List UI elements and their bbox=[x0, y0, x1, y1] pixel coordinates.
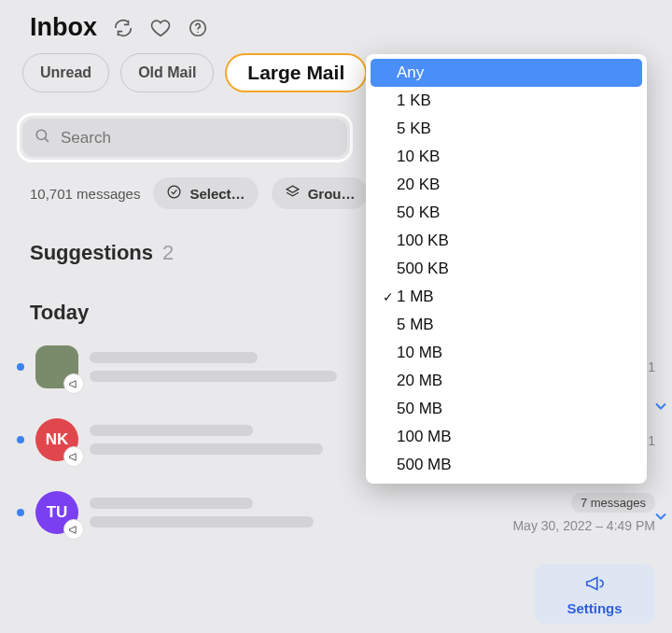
page-title: Inbox bbox=[30, 13, 97, 42]
suggestions-heading: Suggestions bbox=[30, 241, 153, 265]
size-option-label: Any bbox=[397, 63, 424, 82]
avatar: NK bbox=[35, 418, 78, 461]
checkmark-icon: ✓ bbox=[380, 289, 397, 304]
size-option[interactable]: 500 KB bbox=[371, 255, 642, 283]
unread-dot bbox=[17, 509, 24, 516]
size-option[interactable]: 50 MB bbox=[371, 395, 642, 423]
size-option-label: 10 KB bbox=[397, 148, 440, 166]
megaphone-icon bbox=[63, 446, 84, 467]
filter-old-mail[interactable]: Old Mail bbox=[120, 53, 214, 92]
refresh-icon[interactable] bbox=[112, 17, 134, 39]
size-option-label: 1 KB bbox=[397, 91, 431, 110]
svg-point-4 bbox=[169, 186, 181, 198]
size-option-label: 500 KB bbox=[397, 260, 449, 278]
size-option-label: 5 KB bbox=[397, 120, 431, 138]
size-option[interactable]: 100 KB bbox=[371, 227, 642, 255]
expand-chevron-icon[interactable] bbox=[651, 507, 670, 529]
size-option[interactable]: 500 MB bbox=[371, 451, 642, 479]
group-label: Grou… bbox=[308, 186, 356, 202]
heart-icon[interactable] bbox=[149, 17, 172, 39]
search-container bbox=[17, 113, 353, 162]
thread-count: 7 messages bbox=[571, 493, 655, 513]
select-label: Select… bbox=[189, 186, 245, 202]
item-date: May 30, 2022 – 4:49 PM bbox=[512, 518, 655, 533]
settings-button[interactable]: Settings bbox=[534, 564, 655, 624]
size-option[interactable]: 20 KB bbox=[371, 171, 642, 199]
search-input[interactable] bbox=[61, 129, 336, 148]
size-option[interactable]: 20 MB bbox=[371, 367, 642, 395]
size-option-label: 10 MB bbox=[397, 344, 442, 362]
size-option[interactable]: 50 KB bbox=[371, 199, 642, 227]
size-option[interactable]: 5 KB bbox=[371, 115, 642, 143]
megaphone-icon bbox=[63, 519, 84, 540]
size-option-label: 500 MB bbox=[397, 456, 452, 474]
megaphone-icon bbox=[63, 373, 84, 394]
size-option-label: 50 KB bbox=[397, 204, 440, 222]
size-option-label: 50 MB bbox=[397, 400, 442, 418]
unread-dot bbox=[17, 363, 24, 371]
message-count: 10,701 messages bbox=[30, 186, 140, 202]
item-preview bbox=[90, 498, 501, 528]
expand-chevron-icon[interactable] bbox=[651, 397, 670, 419]
avatar: TU bbox=[35, 491, 78, 534]
size-option[interactable]: 10 MB bbox=[371, 339, 642, 367]
size-option[interactable]: 100 MB bbox=[371, 423, 642, 451]
size-option[interactable]: 5 MB bbox=[371, 311, 642, 339]
item-meta: 7 messagesMay 30, 2022 – 4:49 PM bbox=[512, 493, 655, 533]
size-option-label: 100 KB bbox=[397, 232, 449, 250]
svg-line-3 bbox=[45, 138, 49, 142]
layers-icon bbox=[285, 184, 301, 203]
select-button[interactable]: Select… bbox=[153, 177, 258, 209]
size-option-label: 5 MB bbox=[397, 316, 434, 334]
filter-large-mail[interactable]: Large Mail bbox=[225, 53, 367, 92]
size-option[interactable]: 1 KB bbox=[371, 87, 642, 115]
group-button[interactable]: Grou… bbox=[272, 177, 369, 209]
size-dropdown-menu[interactable]: Any1 KB5 KB10 KB20 KB50 KB100 KB500 KB✓1… bbox=[366, 54, 647, 484]
search-icon bbox=[34, 127, 51, 148]
list-item[interactable]: TU7 messagesMay 30, 2022 – 4:49 PM bbox=[0, 476, 672, 549]
settings-label: Settings bbox=[567, 600, 622, 616]
size-option[interactable]: ✓1 MB bbox=[371, 283, 642, 311]
suggestions-count: 2 bbox=[162, 241, 174, 265]
check-circle-icon bbox=[166, 184, 182, 203]
size-option[interactable]: Any bbox=[371, 59, 642, 87]
unread-dot bbox=[17, 436, 24, 443]
size-option[interactable]: 10 KB bbox=[371, 143, 642, 171]
size-option-label: 1 MB bbox=[397, 288, 434, 306]
megaphone-icon bbox=[584, 573, 605, 597]
svg-point-1 bbox=[197, 31, 198, 32]
help-icon[interactable] bbox=[187, 17, 209, 39]
today-heading: Today bbox=[30, 301, 89, 325]
size-option-label: 20 MB bbox=[397, 372, 442, 390]
size-option-label: 100 MB bbox=[397, 428, 452, 446]
size-option-label: 20 KB bbox=[397, 176, 440, 194]
avatar bbox=[35, 345, 78, 388]
filter-unread[interactable]: Unread bbox=[22, 53, 109, 92]
